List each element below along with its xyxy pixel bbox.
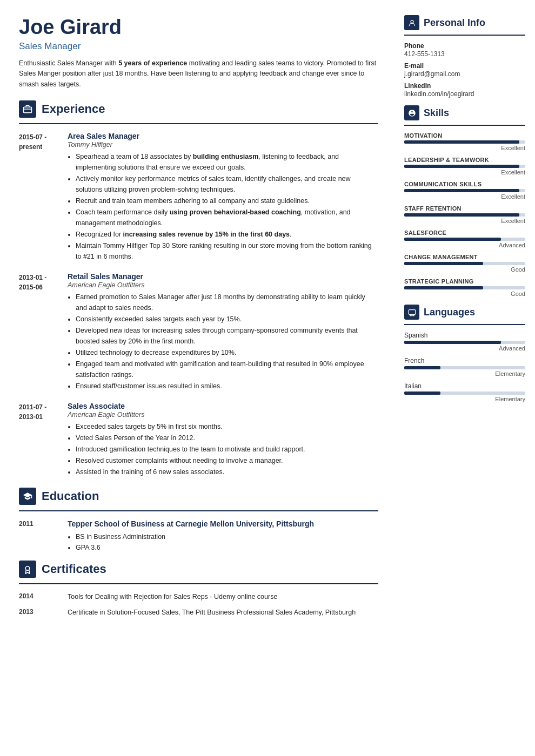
- skill-bar-bg-4: [404, 238, 525, 241]
- personal-info-divider: [404, 35, 525, 36]
- skill-item-0: MOTIVATION Excellent: [404, 132, 525, 151]
- exp-bullet: Exceeded sales targets by 5% in first si…: [76, 421, 378, 432]
- skill-level-3: Excellent: [404, 218, 525, 224]
- email-value: j.girard@gmail.com: [404, 70, 525, 78]
- phone-label: Phone: [404, 42, 525, 50]
- skill-level-2: Excellent: [404, 193, 525, 200]
- skill-name-4: SALESFORCE: [404, 230, 525, 236]
- skill-level-5: Good: [404, 266, 525, 273]
- personal-info-icon: [404, 15, 419, 30]
- skill-bar-fill-2: [404, 189, 519, 192]
- skill-name-1: LEADERSHIP & TEAMWORK: [404, 157, 525, 163]
- lang-bar-fill-0: [404, 341, 501, 344]
- lang-item-1: French Elementary: [404, 357, 525, 377]
- linkedin-label: LinkedIn: [404, 82, 525, 90]
- summary: Enthusiastic Sales Manager with 5 years …: [19, 58, 378, 90]
- lang-bar-bg-1: [404, 366, 525, 369]
- cert-entry-2: 2013 Certificate in Solution-Focused Sal…: [19, 608, 378, 618]
- edu-school-1: Tepper School of Business at Carnegie Me…: [68, 519, 314, 529]
- education-section-header: Education: [19, 488, 378, 505]
- skill-bar-bg-3: [404, 213, 525, 217]
- edu-bullet: BS in Business Administration: [76, 531, 314, 542]
- svg-rect-4: [409, 309, 416, 314]
- svg-point-3: [411, 20, 413, 23]
- certificates-list: 2014 Tools for Dealing with Rejection fo…: [19, 592, 378, 618]
- skill-bar-fill-0: [404, 140, 519, 144]
- lang-name-0: Spanish: [404, 332, 525, 339]
- exp-bullet: Voted Sales Person of the Year in 2012.: [76, 433, 378, 443]
- personal-info-header: Personal Info: [404, 15, 525, 30]
- right-column: Personal Info Phone 412-555-1313 E-mail …: [394, 0, 535, 756]
- lang-level-1: Elementary: [404, 370, 525, 377]
- skill-bar-fill-5: [404, 262, 483, 265]
- exp-bullet: Utilized technology to decrease expendit…: [76, 347, 378, 358]
- skill-name-5: CHANGE MANAGEMENT: [404, 254, 525, 260]
- exp-role-3: Sales Associate: [68, 402, 378, 410]
- skill-item-2: COMMUNICATION SKILLS Excellent: [404, 181, 525, 200]
- candidate-name: Joe Girard: [19, 16, 378, 39]
- exp-bullet: Actively monitor key performance metrics…: [76, 173, 378, 195]
- experience-section-header: Experience: [19, 100, 378, 118]
- exp-bullet: Spearhead a team of 18 associates by bui…: [76, 151, 378, 173]
- skill-name-6: STRATEGIC PLANNING: [404, 278, 525, 285]
- exp-bullets-2: Earned promotion to Sales Manager after …: [68, 292, 378, 392]
- exp-bullet: Recruit and train team members adhering …: [76, 195, 378, 206]
- edu-date-1: 2011: [19, 519, 68, 553]
- exp-date-1: 2015-07 -present: [19, 132, 68, 262]
- skill-name-0: MOTIVATION: [404, 132, 525, 139]
- languages-divider: [404, 324, 525, 325]
- lang-level-0: Advanced: [404, 345, 525, 352]
- skills-list: MOTIVATION Excellent LEADERSHIP & TEAMWO…: [404, 132, 525, 297]
- exp-bullet: Earned promotion to Sales Manager after …: [76, 292, 378, 313]
- lang-bar-fill-1: [404, 366, 440, 369]
- exp-role-2: Retail Sales Manager: [68, 272, 378, 281]
- lang-name-2: Italian: [404, 382, 525, 390]
- certificates-section-header: Certificates: [19, 561, 378, 578]
- skill-item-1: LEADERSHIP & TEAMWORK Excellent: [404, 157, 525, 176]
- experience-icon: [19, 100, 36, 118]
- skill-bar-fill-6: [404, 286, 483, 289]
- education-icon: [19, 488, 36, 505]
- svg-point-2: [25, 566, 30, 571]
- skill-bar-bg-0: [404, 140, 525, 144]
- exp-bullet: Maintain Tommy Hilfiger Top 30 Store ran…: [76, 240, 378, 262]
- exp-bullet: Engaged team and motivated with gamifica…: [76, 359, 378, 380]
- exp-company-1: Tommy Hilfiger: [68, 141, 378, 148]
- email-label: E-mail: [404, 62, 525, 70]
- exp-date-2: 2013-01 -2015-06: [19, 272, 68, 392]
- lang-bar-bg-0: [404, 341, 525, 344]
- exp-bullet: Introduced gamification techniques to th…: [76, 444, 378, 455]
- skills-section-header: Skills: [404, 105, 525, 120]
- exp-entry-3: 2011-07 -2013-01 Sales Associate America…: [19, 402, 378, 478]
- cert-body-1: Tools for Dealing with Rejection for Sal…: [68, 592, 378, 602]
- exp-entry-1: 2015-07 -present Area Sales Manager Tomm…: [19, 132, 378, 262]
- skill-bar-bg-1: [404, 165, 525, 168]
- cert-entry-1: 2014 Tools for Dealing with Rejection fo…: [19, 592, 378, 602]
- edu-bullet: GPA 3.6: [76, 542, 314, 553]
- phone-value: 412-555-1313: [404, 50, 525, 58]
- exp-entry-2: 2013-01 -2015-06 Retail Sales Manager Am…: [19, 272, 378, 392]
- edu-bullets-1: BS in Business Administration GPA 3.6: [68, 531, 314, 553]
- edu-entry-1: 2011 Tepper School of Business at Carneg…: [19, 519, 378, 553]
- exp-bullet: Coach team performance daily using prove…: [76, 207, 378, 228]
- certificates-icon: [19, 561, 36, 578]
- lang-level-2: Elementary: [404, 396, 525, 402]
- exp-bullet: Consistently exceeded sales targets each…: [76, 314, 378, 325]
- exp-bullet: Resolved customer complaints without nee…: [76, 455, 378, 466]
- languages-list: Spanish Advanced French Elementary Itali…: [404, 332, 525, 402]
- exp-company-3: American Eagle Outfitters: [68, 411, 378, 418]
- exp-date-3: 2011-07 -2013-01: [19, 402, 68, 478]
- skill-bar-fill-1: [404, 165, 519, 168]
- page: Joe Girard Sales Manager Enthusiastic Sa…: [0, 0, 535, 756]
- skill-bar-bg-6: [404, 286, 525, 289]
- skill-item-4: SALESFORCE Advanced: [404, 230, 525, 248]
- skill-bar-bg-5: [404, 262, 525, 265]
- cert-date-1: 2014: [19, 592, 68, 602]
- svg-rect-0: [24, 107, 32, 113]
- education-divider: [19, 510, 378, 511]
- languages-section-header: Languages: [404, 305, 525, 320]
- experience-divider: [19, 123, 378, 124]
- skills-divider: [404, 125, 525, 126]
- skill-level-4: Advanced: [404, 242, 525, 248]
- skill-level-0: Excellent: [404, 145, 525, 151]
